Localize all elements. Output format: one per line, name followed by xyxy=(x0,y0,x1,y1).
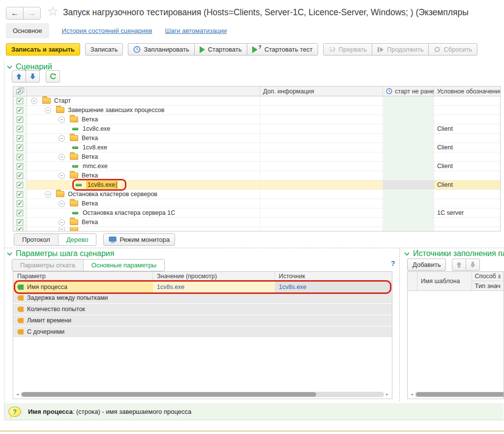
tree-row[interactable]: ✓Ветка xyxy=(13,134,500,143)
template-name-column-header[interactable]: Имя шаблона xyxy=(417,272,472,290)
param-value-cell[interactable] xyxy=(153,315,275,326)
unit-designation-column-header[interactable]: Условное обозначение ед xyxy=(434,87,500,96)
collapse-expander-icon[interactable] xyxy=(59,201,65,207)
sources-move-up-button[interactable] xyxy=(452,259,466,271)
params-horizontal-scrollbar[interactable]: ◂ ▸ xyxy=(14,391,390,398)
checkbox-checked-icon[interactable]: ✓ xyxy=(17,98,23,104)
checkbox-checked-icon[interactable]: ✓ xyxy=(17,201,23,207)
param-row[interactable]: Задержка между попытками xyxy=(13,292,392,303)
tree-row[interactable]: ✓ xyxy=(13,227,500,231)
checkbox-checked-icon[interactable]: ✓ xyxy=(17,145,23,151)
checkbox-checked-icon[interactable]: ✓ xyxy=(17,219,23,226)
sources-horizontal-scrollbar[interactable]: ◂ xyxy=(409,391,504,398)
extra-info-column-header[interactable]: Доп. информация xyxy=(260,87,383,96)
tab-main-params[interactable]: Основные параметры xyxy=(83,260,164,271)
param-row[interactable]: Имя процесса1cv8s.exe1cv8s.exe xyxy=(13,282,392,292)
tree-indent xyxy=(27,166,72,167)
checkbox-checked-icon[interactable]: ✓ xyxy=(17,191,23,198)
view-tab-protocol[interactable]: Протокол xyxy=(14,234,58,245)
collapse-expander-icon[interactable] xyxy=(45,191,51,198)
tree-row[interactable]: ✓Остановка кластеров серверов xyxy=(13,190,500,199)
start-test-button[interactable]: ? Стартовать тест xyxy=(247,43,318,56)
param-row[interactable]: Лимит времени xyxy=(13,315,392,326)
tree-row[interactable]: ✓Ветка xyxy=(13,199,500,208)
vertical-splitter[interactable] xyxy=(399,248,400,401)
select-all-header[interactable] xyxy=(13,87,27,96)
checkbox-checked-icon[interactable]: ✓ xyxy=(17,154,23,160)
checkbox-checked-icon[interactable]: ✓ xyxy=(17,126,23,132)
tree-row[interactable]: ✓Ветка xyxy=(13,115,500,124)
source-column-header[interactable]: Источник xyxy=(275,272,392,281)
tree-row[interactable]: ✓Старт xyxy=(13,96,500,106)
move-down-button[interactable] xyxy=(26,70,40,83)
continue-button[interactable]: Продолжить xyxy=(372,43,429,56)
collapse-expander-icon[interactable] xyxy=(59,116,65,123)
param-value-cell[interactable]: 1cv8s.exe xyxy=(153,282,275,292)
help-link[interactable]: ? xyxy=(391,260,395,267)
horizontal-splitter[interactable] xyxy=(4,248,504,248)
tree-row[interactable]: ✓mmc.exeClient xyxy=(13,162,500,171)
checkbox-checked-icon[interactable]: ✓ xyxy=(17,163,23,170)
refresh-button[interactable] xyxy=(46,70,60,83)
back-button[interactable]: ← xyxy=(6,7,24,20)
tree-row[interactable]: ✓Остановка кластера сервера 1С1C server xyxy=(13,208,500,218)
collapse-expander-icon[interactable] xyxy=(59,219,65,226)
schedule-button[interactable]: Запланировать xyxy=(128,43,194,56)
param-value-cell[interactable] xyxy=(153,292,275,303)
scroll-left-icon[interactable]: ◂ xyxy=(14,391,21,398)
tab-rollback-params[interactable]: Параметры отката xyxy=(12,260,83,271)
reset-button[interactable]: Сбросить xyxy=(428,43,477,56)
tree-row[interactable]: ✓Ветка xyxy=(13,152,500,162)
start-not-before-column-header[interactable]: старт не ранее... xyxy=(383,87,434,96)
tree-row[interactable]: ✓1cv8.exeClient xyxy=(13,143,500,152)
value-column-header[interactable]: Значение (просмотр) xyxy=(153,272,275,281)
scroll-left-icon[interactable]: ◂ xyxy=(409,391,415,398)
checkbox-checked-icon[interactable]: ✓ xyxy=(17,173,23,179)
sources-section-header[interactable]: Источники заполнения па xyxy=(404,249,504,258)
view-tab-tree[interactable]: Дерево xyxy=(58,234,96,245)
tree-row[interactable]: ✓1cv8s.exeClient xyxy=(13,180,500,190)
collapse-expander-icon[interactable] xyxy=(59,135,65,142)
checkbox-checked-icon[interactable]: ✓ xyxy=(17,182,23,188)
tab-main[interactable]: Основное xyxy=(6,23,49,38)
tree-row[interactable]: ✓Завершение зависших процессов xyxy=(13,106,500,115)
checkbox-checked-icon[interactable]: ✓ xyxy=(17,227,23,231)
checkbox-checked-icon[interactable]: ✓ xyxy=(17,210,23,216)
scrollbar-thumb[interactable] xyxy=(416,392,504,397)
move-up-button[interactable] xyxy=(12,70,26,83)
tree-row[interactable]: ✓Ветка xyxy=(13,218,500,227)
param-column-header[interactable]: Параметр xyxy=(13,272,153,281)
collapse-expander-icon[interactable] xyxy=(45,107,51,114)
param-row[interactable]: Количество попыток xyxy=(13,304,392,315)
scrollbar-thumb[interactable] xyxy=(22,392,316,397)
value-type-column-header[interactable]: Тип знач xyxy=(472,281,504,290)
forward-button[interactable]: → xyxy=(23,7,41,20)
collapse-expander-icon[interactable] xyxy=(59,227,65,231)
checkbox-checked-icon[interactable]: ✓ xyxy=(17,116,23,123)
add-button[interactable]: Добавить xyxy=(407,259,446,271)
scroll-right-icon[interactable]: ▸ xyxy=(384,391,390,398)
tree-row-label-editing[interactable]: 1cv8s.exe xyxy=(86,181,118,189)
save-button[interactable]: Записать xyxy=(85,43,123,56)
tab-scenario-history[interactable]: История состояний сценариев xyxy=(62,27,152,34)
collapse-expander-icon[interactable] xyxy=(59,173,65,179)
save-and-close-button[interactable]: Записать и закрыть xyxy=(6,43,80,56)
collapse-expander-icon[interactable] xyxy=(31,98,37,104)
sources-move-down-button[interactable] xyxy=(466,259,480,271)
monitor-mode-button[interactable]: Режим монитора xyxy=(103,233,175,246)
fill-method-column-header[interactable]: Способ з xyxy=(472,272,504,281)
start-button[interactable]: Стартовать xyxy=(194,43,247,56)
step-params-section-header[interactable]: Параметры шага сценария xyxy=(7,249,114,258)
checkbox-checked-icon[interactable]: ✓ xyxy=(17,107,23,114)
tree-row[interactable]: ✓1cv8c.exeClient xyxy=(13,124,500,134)
tab-automation-steps[interactable]: Шаги автоматизации xyxy=(165,27,227,34)
interrupt-button[interactable]: Прервать xyxy=(323,43,372,56)
param-row[interactable]: С дочерними xyxy=(13,326,392,337)
favorite-star-icon[interactable]: ☆ xyxy=(47,5,59,18)
collapse-expander-icon[interactable] xyxy=(59,154,65,160)
param-value-cell[interactable] xyxy=(153,326,275,337)
param-value-cell[interactable] xyxy=(153,304,275,315)
history-nav: ← → xyxy=(6,7,41,20)
tree-column-header[interactable] xyxy=(27,87,260,96)
checkbox-checked-icon[interactable]: ✓ xyxy=(17,135,23,142)
